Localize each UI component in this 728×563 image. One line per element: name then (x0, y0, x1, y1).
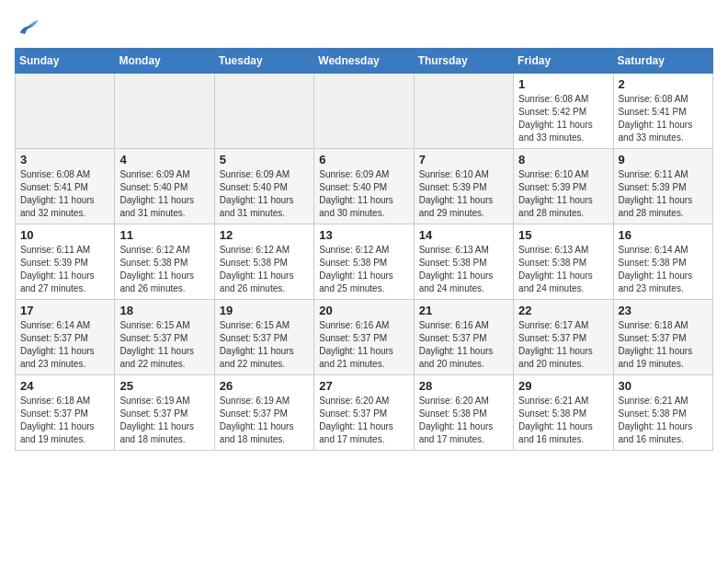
day-info: Sunrise: 6:08 AMSunset: 5:42 PMDaylight:… (518, 93, 608, 144)
calendar-header-tuesday: Tuesday (214, 49, 313, 74)
calendar-week-row: 3Sunrise: 6:08 AMSunset: 5:41 PMDaylight… (16, 149, 713, 224)
day-info: Sunrise: 6:13 AMSunset: 5:38 PMDaylight:… (419, 244, 508, 295)
day-number: 9 (619, 153, 708, 167)
calendar-cell: 25Sunrise: 6:19 AMSunset: 5:37 PMDayligh… (115, 375, 214, 451)
day-number: 2 (619, 77, 708, 91)
calendar-cell: 10Sunrise: 6:11 AMSunset: 5:39 PMDayligh… (16, 224, 115, 300)
day-info: Sunrise: 6:18 AMSunset: 5:37 PMDaylight:… (619, 319, 708, 371)
calendar-cell: 20Sunrise: 6:16 AMSunset: 5:37 PMDayligh… (314, 300, 414, 375)
day-number: 22 (518, 304, 608, 317)
calendar-cell: 14Sunrise: 6:13 AMSunset: 5:38 PMDayligh… (414, 224, 513, 300)
day-info: Sunrise: 6:15 AMSunset: 5:37 PMDaylight:… (119, 319, 209, 371)
day-info: Sunrise: 6:19 AMSunset: 5:37 PMDaylight:… (220, 395, 309, 446)
day-number: 19 (220, 304, 309, 317)
calendar-cell (314, 74, 414, 149)
calendar-cell: 1Sunrise: 6:08 AMSunset: 5:42 PMDaylight… (514, 74, 613, 149)
calendar-cell: 23Sunrise: 6:18 AMSunset: 5:37 PMDayligh… (613, 300, 712, 375)
calendar-cell: 7Sunrise: 6:10 AMSunset: 5:39 PMDaylight… (414, 149, 513, 224)
day-number: 17 (20, 304, 109, 317)
day-info: Sunrise: 6:18 AMSunset: 5:37 PMDaylight:… (20, 395, 109, 446)
day-number: 10 (20, 228, 109, 242)
calendar-cell (115, 74, 214, 149)
calendar-header-wednesday: Wednesday (314, 49, 414, 74)
calendar-cell: 15Sunrise: 6:13 AMSunset: 5:38 PMDayligh… (514, 224, 613, 300)
calendar-week-row: 24Sunrise: 6:18 AMSunset: 5:37 PMDayligh… (16, 375, 713, 451)
calendar-week-row: 17Sunrise: 6:14 AMSunset: 5:37 PMDayligh… (16, 300, 713, 375)
logo-bird-icon (15, 15, 40, 40)
calendar-cell: 11Sunrise: 6:12 AMSunset: 5:38 PMDayligh… (115, 224, 214, 300)
day-info: Sunrise: 6:20 AMSunset: 5:37 PMDaylight:… (319, 395, 408, 446)
calendar-week-row: 1Sunrise: 6:08 AMSunset: 5:42 PMDaylight… (16, 74, 713, 149)
day-number: 20 (319, 304, 408, 317)
calendar-cell: 8Sunrise: 6:10 AMSunset: 5:39 PMDaylight… (514, 149, 613, 224)
calendar-header-friday: Friday (514, 49, 613, 74)
day-number: 5 (220, 153, 309, 167)
day-number: 11 (119, 228, 209, 242)
day-number: 29 (518, 379, 608, 393)
day-number: 30 (619, 379, 708, 393)
day-number: 16 (619, 228, 708, 242)
calendar-cell: 13Sunrise: 6:12 AMSunset: 5:38 PMDayligh… (314, 224, 414, 300)
day-info: Sunrise: 6:11 AMSunset: 5:39 PMDaylight:… (619, 168, 708, 220)
day-info: Sunrise: 6:09 AMSunset: 5:40 PMDaylight:… (319, 168, 408, 220)
day-info: Sunrise: 6:08 AMSunset: 5:41 PMDaylight:… (619, 93, 708, 144)
day-number: 27 (319, 379, 408, 393)
calendar-header-thursday: Thursday (414, 49, 513, 74)
day-number: 8 (518, 153, 608, 167)
day-info: Sunrise: 6:12 AMSunset: 5:38 PMDaylight:… (220, 244, 309, 295)
calendar-cell: 30Sunrise: 6:21 AMSunset: 5:38 PMDayligh… (613, 375, 712, 451)
calendar-cell: 17Sunrise: 6:14 AMSunset: 5:37 PMDayligh… (16, 300, 115, 375)
day-info: Sunrise: 6:16 AMSunset: 5:37 PMDaylight:… (319, 319, 408, 371)
day-info: Sunrise: 6:21 AMSunset: 5:38 PMDaylight:… (518, 395, 608, 446)
day-info: Sunrise: 6:13 AMSunset: 5:38 PMDaylight:… (518, 244, 608, 295)
day-info: Sunrise: 6:16 AMSunset: 5:37 PMDaylight:… (419, 319, 508, 371)
calendar-cell: 5Sunrise: 6:09 AMSunset: 5:40 PMDaylight… (214, 149, 313, 224)
calendar-cell: 6Sunrise: 6:09 AMSunset: 5:40 PMDaylight… (314, 149, 414, 224)
day-number: 18 (119, 304, 209, 317)
calendar-table: SundayMondayTuesdayWednesdayThursdayFrid… (15, 48, 713, 451)
day-number: 15 (518, 228, 608, 242)
calendar-week-row: 10Sunrise: 6:11 AMSunset: 5:39 PMDayligh… (16, 224, 713, 300)
calendar-header-sunday: Sunday (16, 49, 115, 74)
day-info: Sunrise: 6:15 AMSunset: 5:37 PMDaylight:… (220, 319, 309, 371)
day-info: Sunrise: 6:10 AMSunset: 5:39 PMDaylight:… (419, 168, 508, 220)
day-number: 26 (220, 379, 309, 393)
day-number: 21 (419, 304, 508, 317)
day-number: 3 (20, 153, 109, 167)
day-number: 13 (319, 228, 408, 242)
calendar-cell: 4Sunrise: 6:09 AMSunset: 5:40 PMDaylight… (115, 149, 214, 224)
calendar-cell: 2Sunrise: 6:08 AMSunset: 5:41 PMDaylight… (613, 74, 712, 149)
calendar-cell: 9Sunrise: 6:11 AMSunset: 5:39 PMDaylight… (613, 149, 712, 224)
calendar-header-saturday: Saturday (613, 49, 712, 74)
day-info: Sunrise: 6:10 AMSunset: 5:39 PMDaylight:… (518, 168, 608, 220)
day-number: 6 (319, 153, 408, 167)
day-info: Sunrise: 6:20 AMSunset: 5:38 PMDaylight:… (419, 395, 508, 446)
calendar-cell: 12Sunrise: 6:12 AMSunset: 5:38 PMDayligh… (214, 224, 313, 300)
day-info: Sunrise: 6:12 AMSunset: 5:38 PMDaylight:… (319, 244, 408, 295)
day-number: 7 (419, 153, 508, 167)
day-info: Sunrise: 6:21 AMSunset: 5:38 PMDaylight:… (619, 395, 708, 446)
day-info: Sunrise: 6:08 AMSunset: 5:41 PMDaylight:… (20, 168, 109, 220)
day-info: Sunrise: 6:14 AMSunset: 5:37 PMDaylight:… (20, 319, 109, 371)
day-info: Sunrise: 6:17 AMSunset: 5:37 PMDaylight:… (518, 319, 608, 371)
logo (15, 15, 44, 40)
day-info: Sunrise: 6:14 AMSunset: 5:38 PMDaylight:… (619, 244, 708, 295)
calendar-cell: 16Sunrise: 6:14 AMSunset: 5:38 PMDayligh… (613, 224, 712, 300)
day-info: Sunrise: 6:12 AMSunset: 5:38 PMDaylight:… (119, 244, 209, 295)
day-number: 25 (119, 379, 209, 393)
calendar-cell (414, 74, 513, 149)
day-number: 24 (20, 379, 109, 393)
calendar-cell: 21Sunrise: 6:16 AMSunset: 5:37 PMDayligh… (414, 300, 513, 375)
day-number: 23 (619, 304, 708, 317)
calendar-cell: 27Sunrise: 6:20 AMSunset: 5:37 PMDayligh… (314, 375, 414, 451)
calendar-cell: 24Sunrise: 6:18 AMSunset: 5:37 PMDayligh… (16, 375, 115, 451)
day-info: Sunrise: 6:11 AMSunset: 5:39 PMDaylight:… (20, 244, 109, 295)
day-number: 14 (419, 228, 508, 242)
calendar-cell (214, 74, 313, 149)
day-number: 12 (220, 228, 309, 242)
calendar-cell: 22Sunrise: 6:17 AMSunset: 5:37 PMDayligh… (514, 300, 613, 375)
day-number: 4 (119, 153, 209, 167)
day-info: Sunrise: 6:09 AMSunset: 5:40 PMDaylight:… (220, 168, 309, 220)
calendar-cell: 28Sunrise: 6:20 AMSunset: 5:38 PMDayligh… (414, 375, 513, 451)
day-number: 1 (518, 77, 608, 91)
